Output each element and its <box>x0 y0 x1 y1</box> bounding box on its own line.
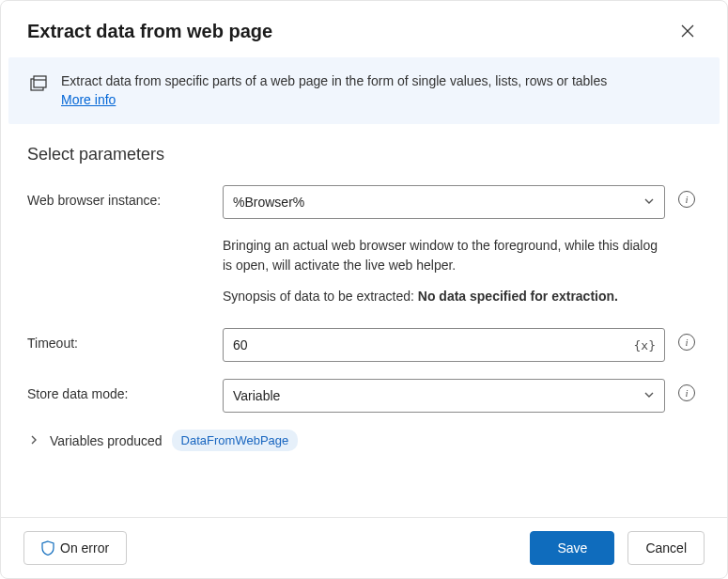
variables-row: Variables produced DataFromWebPage <box>27 430 701 451</box>
dialog-title: Extract data from web page <box>27 21 272 42</box>
row-timeout: Timeout: {x} i <box>27 328 701 362</box>
synopsis-value: No data specified for extraction. <box>418 289 618 304</box>
browser-select-value: %Browser% <box>233 195 304 210</box>
extract-icon <box>29 74 48 97</box>
row-store-mode: Store data mode: Variable i <box>27 379 701 413</box>
on-error-button[interactable]: On error <box>23 531 127 565</box>
row-browser: Web browser instance: %Browser% Bringing… <box>27 185 701 304</box>
label-store-mode: Store data mode: <box>27 379 215 401</box>
chevron-down-icon <box>643 195 655 210</box>
dialog-body: Select parameters Web browser instance: … <box>1 124 727 517</box>
cancel-label: Cancel <box>645 540 687 556</box>
info-icon-store-mode[interactable]: i <box>678 384 695 401</box>
info-icon-browser[interactable]: i <box>678 191 695 208</box>
save-label: Save <box>557 540 587 556</box>
variables-expand-button[interactable] <box>27 434 40 447</box>
store-mode-select[interactable]: Variable <box>223 379 665 413</box>
info-icon-timeout[interactable]: i <box>678 334 695 351</box>
chevron-right-icon <box>29 435 39 445</box>
banner-description: Extract data from specific parts of a we… <box>61 73 607 88</box>
banner-text: Extract data from specific parts of a we… <box>61 72 607 109</box>
variables-label: Variables produced <box>50 433 163 448</box>
dialog: Extract data from web page Extract data … <box>0 0 728 579</box>
footer-right: Save Cancel <box>530 531 705 565</box>
save-button[interactable]: Save <box>530 531 614 565</box>
on-error-label: On error <box>60 540 109 556</box>
label-timeout: Timeout: <box>27 328 215 351</box>
section-title: Select parameters <box>27 145 701 164</box>
cancel-button[interactable]: Cancel <box>627 531 705 565</box>
svg-rect-1 <box>34 76 46 87</box>
label-browser: Web browser instance: <box>27 185 215 208</box>
synopsis-prefix: Synopsis of data to be extracted: <box>223 289 418 304</box>
close-button[interactable] <box>674 18 701 44</box>
info-banner: Extract data from specific parts of a we… <box>8 57 720 124</box>
close-icon <box>681 24 694 38</box>
chevron-down-icon <box>643 388 655 403</box>
store-mode-value: Variable <box>233 388 280 403</box>
dialog-footer: On error Save Cancel <box>1 517 727 578</box>
shield-icon <box>41 540 54 556</box>
more-info-link[interactable]: More info <box>61 92 116 107</box>
browser-help: Bringing an actual web browser window to… <box>223 236 665 275</box>
synopsis: Synopsis of data to be extracted: No dat… <box>223 289 665 304</box>
variable-token-icon[interactable]: {x} <box>634 338 656 352</box>
dialog-header: Extract data from web page <box>1 1 727 57</box>
variable-badge[interactable]: DataFromWebPage <box>172 430 299 451</box>
timeout-input[interactable] <box>223 328 665 362</box>
browser-select[interactable]: %Browser% <box>223 185 665 219</box>
